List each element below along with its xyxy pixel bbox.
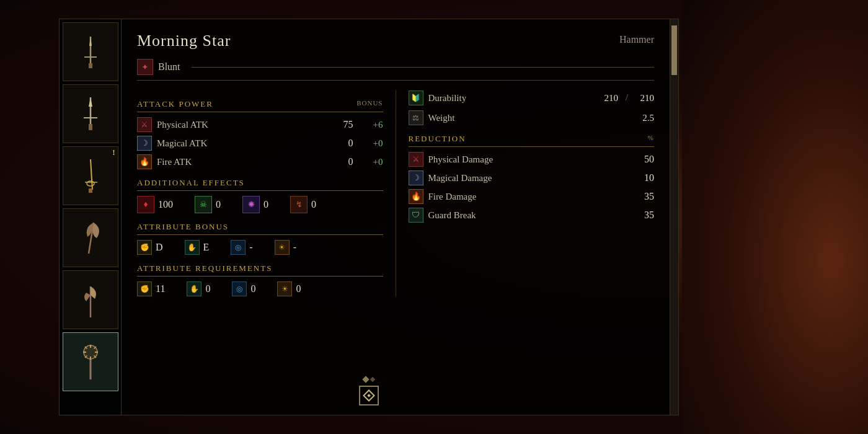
guard-break-label: Guard Break (428, 210, 631, 221)
svg-rect-2 (89, 63, 92, 68)
reduction-header: % REDUCTION (409, 134, 655, 147)
effects-row: ♦ 100 ☠ 0 ✺ (137, 196, 383, 213)
item-name: Morning Star (137, 32, 231, 50)
durability-current: 210 (600, 93, 618, 104)
int-req-icon: ◎ (232, 281, 247, 296)
fai-bonus-item: ☀ - (275, 240, 296, 255)
str-bonus-value: D (156, 242, 163, 253)
scrollbar-thumb (671, 25, 677, 75)
sidebar-item-3[interactable] (63, 146, 118, 205)
poison-value: 0 (216, 199, 221, 210)
svg-rect-6 (89, 124, 92, 130)
weapon-icon-1 (73, 32, 107, 72)
weapon-icon-6 (73, 342, 107, 382)
fire-dmg-label: Fire Damage (428, 192, 631, 202)
fire-atk-icon: 🔥 (137, 154, 152, 169)
nav-dots (363, 377, 374, 382)
blood-icon: ♦ (137, 196, 154, 213)
physical-dmg-icon: ⚔ (409, 152, 423, 167)
curse-icon: ✺ (242, 196, 260, 213)
weight-label: Weight (428, 113, 631, 123)
item-content: Morning Star Hammer ✦ Blunt BONUS ATTACK… (122, 19, 670, 415)
physical-atk-row: ⚔ Physical ATK 75 +6 (137, 117, 383, 132)
fire-atk-row: 🔥 Fire ATK 0 +0 (137, 154, 383, 169)
sidebar-item-1[interactable] (63, 22, 118, 81)
sidebar-item-4[interactable] (63, 208, 118, 267)
magical-dmg-row: ☽ Magical Damage 10 (409, 170, 655, 185)
item-name-text: Morning Star (137, 32, 231, 50)
poison-icon: ☠ (195, 196, 212, 213)
stats-columns: BONUS ATTACK POWER ⚔ Physical ATK 75 +6 (137, 91, 654, 296)
action-button[interactable] (359, 386, 379, 405)
pct-label: % (648, 134, 654, 141)
nav-dot-small (370, 377, 375, 382)
item-type-text: Hammer (619, 34, 654, 45)
fai-bonus-icon: ☀ (275, 240, 290, 255)
effect-blood: ♦ 100 (137, 196, 173, 213)
blunt-icon: ✦ (137, 59, 153, 75)
int-req-value: 0 (250, 283, 255, 294)
magical-atk-label: Magical ATK (157, 138, 330, 149)
fai-req-icon: ☀ (277, 281, 292, 296)
dex-bonus-icon: ✋ (185, 240, 200, 255)
action-button-inner (363, 389, 375, 402)
background-right (682, 0, 868, 434)
scrollbar[interactable] (670, 19, 678, 415)
magical-atk-bonus: +0 (358, 138, 383, 149)
type-divider (192, 67, 654, 68)
strike-icon: ↯ (290, 196, 308, 213)
sidebar-item-6[interactable] (63, 332, 118, 391)
int-bonus-value: - (249, 242, 252, 253)
physical-dmg-row: ⚔ Physical Damage 50 (409, 152, 655, 167)
svg-marker-7 (89, 97, 92, 107)
dex-req-item: ✋ 0 (187, 281, 210, 296)
int-req-item: ◎ 0 (232, 281, 255, 296)
int-bonus-item: ◎ - (231, 240, 252, 255)
str-req-value: 11 (156, 283, 165, 294)
fire-atk-bonus: +0 (358, 157, 383, 167)
str-bonus-item: ✊ D (137, 240, 163, 255)
magical-dmg-icon: ☽ (409, 170, 423, 185)
item-header: Morning Star Hammer (137, 32, 654, 54)
fai-bonus-value: - (293, 242, 296, 253)
bottom-navigation (359, 377, 379, 405)
svg-marker-3 (89, 37, 92, 46)
attack-power-header: BONUS ATTACK POWER (137, 99, 383, 112)
effect-curse: ✺ 0 (242, 196, 268, 213)
durability-icon: 🔰 (409, 91, 423, 105)
fire-atk-value: 0 (335, 156, 353, 167)
fire-atk-label: Fire ATK (157, 157, 330, 167)
physical-atk-icon: ⚔ (137, 117, 152, 132)
attribute-req-header: ATTRIBUTE REQUIREMENTS (137, 264, 383, 277)
fai-req-value: 0 (296, 283, 301, 294)
type-row: ✦ Blunt (137, 59, 654, 81)
dex-req-value: 0 (205, 283, 210, 294)
weight-row: ⚖ Weight 2.5 (409, 110, 655, 125)
item-panel: Morning Star Hammer ✦ Blunt BONUS ATTACK… (59, 19, 679, 415)
weapon-icon-5 (73, 280, 107, 320)
weapon-icon-4 (73, 218, 107, 258)
magical-atk-icon: ☽ (137, 136, 152, 151)
curse-value: 0 (264, 199, 268, 210)
str-bonus-icon: ✊ (137, 240, 152, 255)
magical-dmg-label: Magical Damage (428, 173, 631, 184)
sidebar-item-5[interactable] (63, 270, 118, 329)
durability-max: 210 (636, 93, 654, 104)
attribute-req-row: ✊ 11 ✋ 0 ◎ 0 (137, 281, 383, 296)
reduction-section: 🔰 Durability 210 / 210 ⚖ Weight 2.5 (396, 91, 655, 296)
physical-atk-bonus: +6 (358, 120, 383, 130)
dex-bonus-value: E (203, 242, 210, 253)
effect-poison: ☠ 0 (195, 196, 221, 213)
guard-break-row: 🛡 Guard Break 35 (409, 208, 655, 223)
durability-row: 🔰 Durability 210 / 210 (409, 91, 655, 105)
dex-bonus-item: ✋ E (185, 240, 210, 255)
magical-dmg-value: 10 (636, 172, 654, 184)
bonus-label: BONUS (356, 99, 383, 107)
str-req-icon: ✊ (137, 281, 152, 296)
fire-dmg-row: 🔥 Fire Damage 35 (409, 189, 655, 204)
weight-icon: ⚖ (409, 110, 423, 125)
weapon-icon-3 (73, 156, 107, 196)
svg-rect-11 (89, 188, 92, 193)
weight-value: 2.5 (636, 113, 654, 123)
sidebar-item-2[interactable] (63, 84, 118, 143)
